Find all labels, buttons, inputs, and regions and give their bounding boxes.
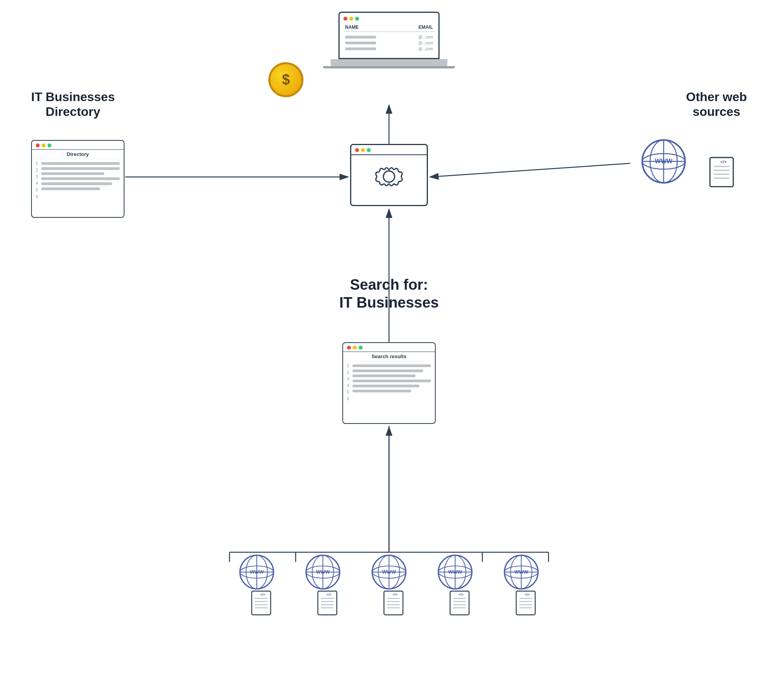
bottom-globe-5: WWW </>: [500, 552, 543, 618]
laptop-row1-email: @...com: [419, 35, 433, 39]
bottom-globe-1: WWW </>: [235, 552, 278, 618]
directory-body: 123456: [32, 159, 124, 217]
gear-box: [350, 144, 428, 206]
laptop-col-name: NAME: [345, 24, 359, 30]
bottom-doc-2-svg: </>: [316, 589, 342, 618]
www-doc-icon: </>: [708, 156, 739, 191]
laptop-row2-email: @...com: [419, 41, 433, 45]
coin-icon: $: [268, 62, 303, 97]
svg-text:</>: </>: [459, 593, 464, 597]
svg-line-77: [430, 163, 630, 177]
dot-red: [343, 17, 347, 21]
dot-green: [355, 17, 359, 21]
gear-dot-yellow: [361, 148, 365, 152]
directory-lines: [41, 161, 120, 215]
svg-text:</>: </>: [260, 593, 265, 597]
bottom-globe-1-svg: WWW: [235, 552, 278, 595]
sr-dot-yellow: [353, 346, 357, 350]
gear-dot-red: [355, 148, 359, 152]
svg-text:</>: </>: [720, 159, 727, 164]
search-results-body: 123456: [343, 361, 435, 423]
bottom-globe-3: WWW </>: [368, 552, 410, 618]
directory-box: Directory 123456: [31, 140, 124, 218]
dir-dot-red: [36, 144, 40, 147]
bottom-doc-4-svg: </>: [449, 589, 474, 618]
bottom-globe-4: WWW </>: [434, 552, 477, 618]
laptop-dots: [343, 17, 435, 21]
laptop-illustration: NAME EMAIL @...com @...com @...com: [331, 12, 447, 66]
directory-numbers: 123456: [36, 161, 38, 215]
bottom-globes-row: WWW </> WWW: [235, 552, 543, 618]
search-results-title: Search results: [343, 352, 435, 361]
bottom-globe-2: WWW </>: [301, 552, 344, 618]
diagram-container: NAME EMAIL @...com @...com @...com: [0, 0, 778, 700]
svg-text:WWW: WWW: [448, 569, 462, 575]
bottom-globe-3-svg: WWW: [368, 552, 410, 595]
svg-text:</>: </>: [326, 593, 331, 597]
search-results-lines: [352, 364, 431, 421]
svg-text:WWW: WWW: [655, 158, 673, 164]
svg-text:WWW: WWW: [514, 569, 528, 575]
search-results-box: Search results 123456: [342, 342, 436, 424]
bottom-doc-5-svg: </>: [515, 589, 540, 618]
it-businesses-directory-label: IT Businesses Directory: [31, 89, 115, 119]
laptop-base: [331, 59, 447, 66]
dot-yellow: [349, 17, 353, 21]
svg-text:WWW: WWW: [316, 569, 330, 575]
www-globe-svg: WWW: [636, 136, 691, 191]
other-web-sources-label: Other web sources: [686, 89, 747, 119]
bottom-globe-5-svg: WWW: [500, 552, 543, 595]
directory-box-header: [32, 141, 124, 150]
sr-dot-green: [359, 346, 363, 350]
search-results-header: [343, 343, 435, 352]
gear-box-header: [351, 145, 427, 155]
gear-icon: [371, 163, 407, 198]
www-right-globe: WWW </>: [636, 136, 739, 192]
svg-point-0: [384, 171, 395, 182]
directory-title: Directory: [32, 150, 124, 159]
svg-text:WWW: WWW: [250, 569, 264, 575]
bottom-doc-1-svg: </>: [250, 589, 275, 618]
bottom-globe-4-svg: WWW: [434, 552, 477, 595]
laptop-screen: NAME EMAIL @...com @...com @...com: [338, 12, 440, 59]
laptop-row3-email: @...com: [419, 47, 433, 51]
bottom-doc-3-svg: </>: [382, 589, 408, 618]
gear-box-body: [351, 155, 427, 205]
search-for-label: Search for: IT Businesses: [339, 276, 439, 312]
laptop-col-email: EMAIL: [419, 24, 433, 30]
dir-dot-green: [47, 144, 51, 147]
dir-dot-yellow: [42, 144, 46, 147]
svg-text:WWW: WWW: [382, 569, 396, 575]
sr-dot-red: [347, 346, 351, 350]
bottom-globe-2-svg: WWW: [301, 552, 344, 595]
search-results-numbers: 123456: [347, 364, 349, 421]
svg-text:</>: </>: [525, 593, 530, 597]
svg-text:</>: </>: [393, 593, 398, 597]
gear-dot-green: [367, 148, 371, 152]
